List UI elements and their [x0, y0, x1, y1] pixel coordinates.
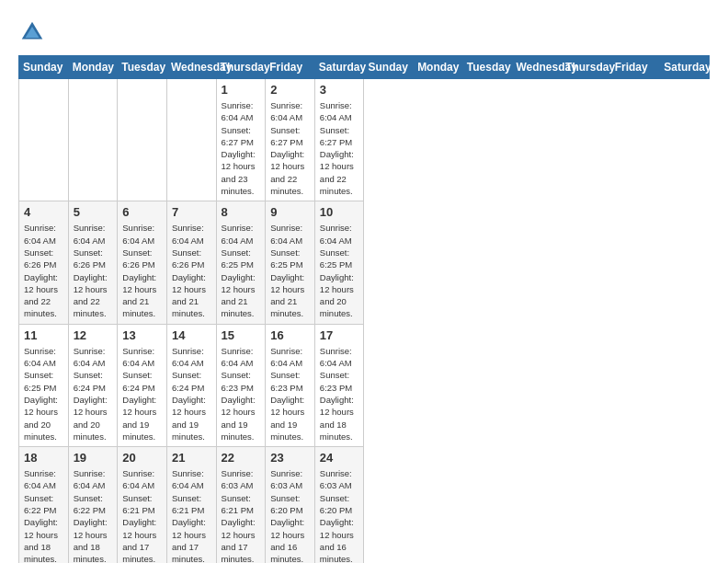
calendar-cell: 6Sunrise: 6:04 AM Sunset: 6:26 PM Daylig… [118, 201, 167, 324]
calendar-week-row: 1Sunrise: 6:04 AM Sunset: 6:27 PM Daylig… [19, 79, 710, 201]
day-info: Sunrise: 6:03 AM Sunset: 6:20 PM Dayligh… [270, 467, 310, 563]
calendar-cell: 24Sunrise: 6:03 AM Sunset: 6:20 PM Dayli… [314, 447, 364, 563]
day-number: 7 [172, 205, 211, 219]
calendar-week-row: 4Sunrise: 6:04 AM Sunset: 6:26 PM Daylig… [19, 201, 710, 324]
day-info: Sunrise: 6:04 AM Sunset: 6:22 PM Dayligh… [74, 467, 113, 563]
day-number: 15 [222, 328, 261, 342]
calendar-cell: 13Sunrise: 6:04 AM Sunset: 6:24 PM Dayli… [118, 324, 167, 446]
day-info: Sunrise: 6:04 AM Sunset: 6:26 PM Dayligh… [172, 222, 211, 319]
day-info: Sunrise: 6:04 AM Sunset: 6:27 PM Dayligh… [270, 99, 310, 197]
day-info: Sunrise: 6:04 AM Sunset: 6:21 PM Dayligh… [122, 467, 162, 563]
calendar-cell: 23Sunrise: 6:03 AM Sunset: 6:20 PM Dayli… [266, 447, 315, 563]
day-info: Sunrise: 6:04 AM Sunset: 6:27 PM Dayligh… [320, 99, 359, 197]
calendar-cell: 15Sunrise: 6:04 AM Sunset: 6:23 PM Dayli… [216, 324, 266, 446]
day-info: Sunrise: 6:04 AM Sunset: 6:24 PM Dayligh… [172, 345, 211, 442]
calendar-cell: 21Sunrise: 6:04 AM Sunset: 6:21 PM Dayli… [166, 447, 216, 563]
day-info: Sunrise: 6:04 AM Sunset: 6:22 PM Dayligh… [24, 467, 63, 563]
calendar-cell: 8Sunrise: 6:04 AM Sunset: 6:25 PM Daylig… [216, 201, 266, 324]
day-number: 19 [74, 451, 113, 465]
day-number: 17 [320, 328, 359, 342]
day-number: 13 [122, 328, 162, 342]
calendar-cell: 22Sunrise: 6:03 AM Sunset: 6:21 PM Dayli… [216, 447, 266, 563]
logo [18, 18, 50, 46]
calendar-header-saturday: Saturday [660, 56, 710, 79]
calendar-cell [166, 79, 216, 201]
calendar-cell [19, 79, 69, 201]
day-info: Sunrise: 6:04 AM Sunset: 6:23 PM Dayligh… [270, 345, 310, 442]
day-number: 10 [320, 205, 359, 219]
day-number: 6 [122, 205, 162, 219]
day-info: Sunrise: 6:04 AM Sunset: 6:25 PM Dayligh… [320, 222, 359, 319]
calendar-cell: 2Sunrise: 6:04 AM Sunset: 6:27 PM Daylig… [266, 79, 315, 201]
day-info: Sunrise: 6:04 AM Sunset: 6:25 PM Dayligh… [270, 222, 310, 319]
calendar-header-wednesday: Wednesday [512, 56, 562, 79]
day-info: Sunrise: 6:04 AM Sunset: 6:26 PM Dayligh… [74, 222, 113, 319]
calendar-header-row: SundayMondayTuesdayWednesdayThursdayFrid… [19, 56, 710, 79]
calendar-header-thursday: Thursday [562, 56, 611, 79]
calendar-header-friday: Friday [266, 56, 315, 79]
calendar-cell: 1Sunrise: 6:04 AM Sunset: 6:27 PM Daylig… [216, 79, 266, 201]
day-info: Sunrise: 6:04 AM Sunset: 6:26 PM Dayligh… [24, 222, 63, 319]
calendar-header-tuesday: Tuesday [118, 56, 167, 79]
calendar-week-row: 18Sunrise: 6:04 AM Sunset: 6:22 PM Dayli… [19, 447, 710, 563]
day-number: 12 [74, 328, 113, 342]
day-number: 1 [222, 83, 261, 97]
day-info: Sunrise: 6:04 AM Sunset: 6:21 PM Dayligh… [172, 467, 211, 563]
calendar-header-wednesday: Wednesday [166, 56, 216, 79]
calendar-cell: 5Sunrise: 6:04 AM Sunset: 6:26 PM Daylig… [68, 201, 118, 324]
calendar-header-monday: Monday [414, 56, 463, 79]
day-info: Sunrise: 6:04 AM Sunset: 6:23 PM Dayligh… [222, 345, 261, 442]
calendar-header-sunday: Sunday [364, 56, 414, 79]
calendar-cell: 3Sunrise: 6:04 AM Sunset: 6:27 PM Daylig… [314, 79, 364, 201]
day-info: Sunrise: 6:03 AM Sunset: 6:21 PM Dayligh… [222, 467, 261, 563]
calendar-week-row: 11Sunrise: 6:04 AM Sunset: 6:25 PM Dayli… [19, 324, 710, 446]
calendar-cell: 12Sunrise: 6:04 AM Sunset: 6:24 PM Dayli… [68, 324, 118, 446]
day-number: 5 [74, 205, 113, 219]
day-number: 4 [24, 205, 63, 219]
calendar-cell: 20Sunrise: 6:04 AM Sunset: 6:21 PM Dayli… [118, 447, 167, 563]
day-number: 20 [122, 451, 162, 465]
page-header [18, 18, 710, 46]
day-info: Sunrise: 6:04 AM Sunset: 6:23 PM Dayligh… [320, 345, 359, 442]
day-number: 11 [24, 328, 63, 342]
calendar-cell: 17Sunrise: 6:04 AM Sunset: 6:23 PM Dayli… [314, 324, 364, 446]
day-number: 18 [24, 451, 63, 465]
calendar-header-saturday: Saturday [314, 56, 364, 79]
day-number: 21 [172, 451, 211, 465]
day-number: 23 [270, 451, 310, 465]
calendar-cell [68, 79, 118, 201]
day-info: Sunrise: 6:04 AM Sunset: 6:25 PM Dayligh… [24, 345, 63, 442]
calendar-cell [118, 79, 167, 201]
calendar-cell: 4Sunrise: 6:04 AM Sunset: 6:26 PM Daylig… [19, 201, 69, 324]
calendar-cell: 11Sunrise: 6:04 AM Sunset: 6:25 PM Dayli… [19, 324, 69, 446]
calendar-header-tuesday: Tuesday [462, 56, 512, 79]
day-number: 24 [320, 451, 359, 465]
day-number: 16 [270, 328, 310, 342]
calendar-header-monday: Monday [68, 56, 118, 79]
calendar-header-friday: Friday [610, 56, 660, 79]
day-info: Sunrise: 6:04 AM Sunset: 6:26 PM Dayligh… [122, 222, 162, 319]
day-number: 9 [270, 205, 310, 219]
calendar-cell: 18Sunrise: 6:04 AM Sunset: 6:22 PM Dayli… [19, 447, 69, 563]
calendar-header-thursday: Thursday [216, 56, 266, 79]
calendar-cell: 10Sunrise: 6:04 AM Sunset: 6:25 PM Dayli… [314, 201, 364, 324]
calendar-cell: 16Sunrise: 6:04 AM Sunset: 6:23 PM Dayli… [266, 324, 315, 446]
day-info: Sunrise: 6:04 AM Sunset: 6:24 PM Dayligh… [122, 345, 162, 442]
logo-icon [18, 18, 46, 46]
day-number: 14 [172, 328, 211, 342]
calendar-cell: 19Sunrise: 6:04 AM Sunset: 6:22 PM Dayli… [68, 447, 118, 563]
day-number: 3 [320, 83, 359, 97]
calendar-table: SundayMondayTuesdayWednesdayThursdayFrid… [18, 55, 710, 563]
day-info: Sunrise: 6:03 AM Sunset: 6:20 PM Dayligh… [320, 467, 359, 563]
calendar-header-sunday: Sunday [19, 56, 69, 79]
calendar-cell: 9Sunrise: 6:04 AM Sunset: 6:25 PM Daylig… [266, 201, 315, 324]
day-number: 2 [270, 83, 310, 97]
day-info: Sunrise: 6:04 AM Sunset: 6:25 PM Dayligh… [222, 222, 261, 319]
day-info: Sunrise: 6:04 AM Sunset: 6:24 PM Dayligh… [74, 345, 113, 442]
day-number: 8 [222, 205, 261, 219]
calendar-cell: 7Sunrise: 6:04 AM Sunset: 6:26 PM Daylig… [166, 201, 216, 324]
calendar-cell: 14Sunrise: 6:04 AM Sunset: 6:24 PM Dayli… [166, 324, 216, 446]
day-info: Sunrise: 6:04 AM Sunset: 6:27 PM Dayligh… [222, 99, 261, 197]
day-number: 22 [222, 451, 261, 465]
